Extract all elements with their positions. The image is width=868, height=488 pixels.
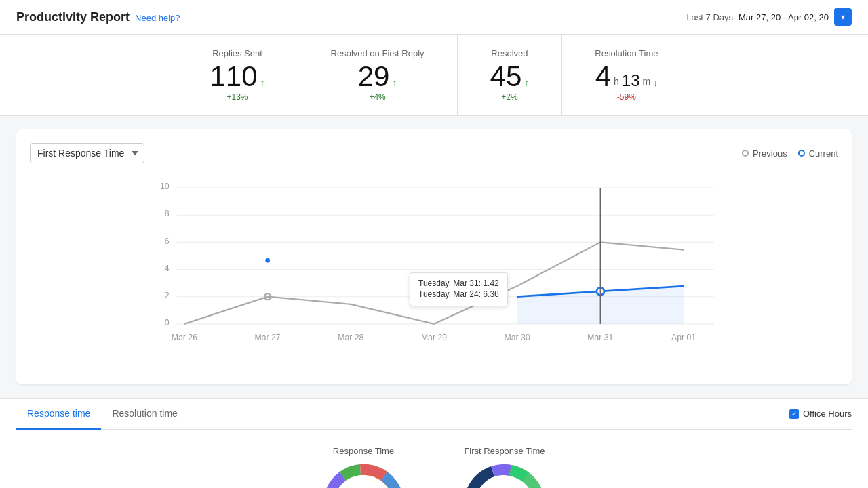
svg-text:Mar 29: Mar 29 <box>421 333 447 342</box>
donut-svg-response <box>309 464 418 488</box>
date-range-area: Last 7 Days Mar 27, 20 - Apr 02, 20 ▾ <box>686 8 852 26</box>
stat-label-resolved: Resolved <box>490 48 530 58</box>
office-hours-checkbox[interactable]: ✓ <box>789 409 799 419</box>
svg-text:0: 0 <box>165 318 170 327</box>
chart-svg: 10 8 6 4 2 0 <box>30 174 838 371</box>
stat-value-resolution2: 13 <box>622 71 640 90</box>
date-range-value: Mar 27, 20 - Apr 02, 20 <box>738 12 829 22</box>
svg-text:2: 2 <box>165 291 170 300</box>
stat-label-resolution: Resolution Time <box>595 48 658 58</box>
stat-suffix-h: h <box>614 76 619 87</box>
chart-controls: First Response Time Response Time Resolu… <box>30 143 838 163</box>
svg-text:8: 8 <box>165 209 170 218</box>
svg-text:10: 10 <box>160 182 170 191</box>
stat-label-replies: Replies Sent <box>210 48 264 58</box>
legend-label-previous: Previous <box>753 148 787 159</box>
svg-text:Mar 27: Mar 27 <box>255 333 281 342</box>
stat-resolution-time: Resolution Time 4 h 13 m ↓ -59% <box>562 35 690 115</box>
tab-response-time[interactable]: Response time <box>16 399 101 430</box>
legend-current: Current <box>798 148 838 159</box>
stat-value-resolved: 45 <box>490 62 522 91</box>
donuts-row: Response Time First Res <box>0 430 868 488</box>
stats-row: Replies Sent 110 ↑ +13% Resolved on Firs… <box>0 35 868 116</box>
stat-replies-sent: Replies Sent 110 ↑ +13% <box>177 35 298 115</box>
svg-text:Mar 26: Mar 26 <box>172 333 197 342</box>
header: Productivity Report Need help? Last 7 Da… <box>0 0 868 35</box>
arrow-up-first-reply: ↑ <box>392 77 397 88</box>
svg-text:Mar 31: Mar 31 <box>587 333 613 342</box>
arrow-up-replies: ↑ <box>260 77 265 88</box>
legend-previous: Previous <box>742 148 787 159</box>
svg-point-25 <box>481 481 528 488</box>
svg-text:Mar 30: Mar 30 <box>505 333 530 342</box>
office-hours-label: Office Hours <box>803 409 852 419</box>
donut-svg-first-response <box>450 464 559 488</box>
chart-container: 10 8 6 4 2 0 <box>30 174 838 371</box>
tabs-list: Response time Resolution time <box>16 399 189 429</box>
svg-text:4: 4 <box>165 264 170 273</box>
legend-dot-previous <box>742 150 749 157</box>
donut-first-response: First Response Time <box>450 446 559 488</box>
date-label: Last 7 Days <box>686 12 733 22</box>
svg-point-24 <box>340 481 387 488</box>
help-link[interactable]: Need help? <box>135 13 180 23</box>
stat-badge-resolution: -59% <box>595 92 658 102</box>
stat-label-first-reply: Resolved on First Reply <box>331 48 425 58</box>
stat-resolved: Resolved 45 ↑ +2% <box>458 35 563 115</box>
donut-title-response: Response Time <box>309 446 418 456</box>
tabs-header: Response time Resolution time ✓ Office H… <box>16 399 852 430</box>
svg-text:Apr 01: Apr 01 <box>671 333 696 342</box>
stat-value-resolution: 4 <box>595 62 611 91</box>
chart-legend: Previous Current <box>742 148 838 159</box>
chart-metric-select[interactable]: First Response Time Response Time Resolu… <box>30 143 144 163</box>
donut-response-time: Response Time <box>309 446 418 488</box>
chart-section: First Response Time Response Time Resolu… <box>16 129 852 384</box>
tab-resolution-time[interactable]: Resolution time <box>101 399 189 430</box>
svg-point-14 <box>264 258 271 264</box>
office-hours-control: ✓ Office Hours <box>789 399 852 428</box>
arrow-up-resolved: ↑ <box>524 77 529 88</box>
stat-value-replies: 110 <box>210 62 257 91</box>
stat-badge-replies: +13% <box>210 92 264 102</box>
stat-suffix-m: m <box>642 76 650 87</box>
arrow-down-resolution: ↓ <box>653 77 658 88</box>
legend-dot-current <box>798 150 805 157</box>
tabs-section: Response time Resolution time ✓ Office H… <box>0 398 868 430</box>
date-dropdown-button[interactable]: ▾ <box>834 8 852 26</box>
stat-badge-resolved: +2% <box>490 92 530 102</box>
svg-text:Mar 28: Mar 28 <box>338 333 363 342</box>
stat-badge-first-reply: +4% <box>331 92 425 102</box>
donut-title-first-response: First Response Time <box>450 446 559 456</box>
svg-text:6: 6 <box>165 237 170 246</box>
page-title: Productivity Report <box>16 10 130 24</box>
legend-label-current: Current <box>809 148 838 159</box>
stat-value-first-reply: 29 <box>358 62 390 91</box>
stat-first-reply: Resolved on First Reply 29 ↑ +4% <box>298 35 458 115</box>
